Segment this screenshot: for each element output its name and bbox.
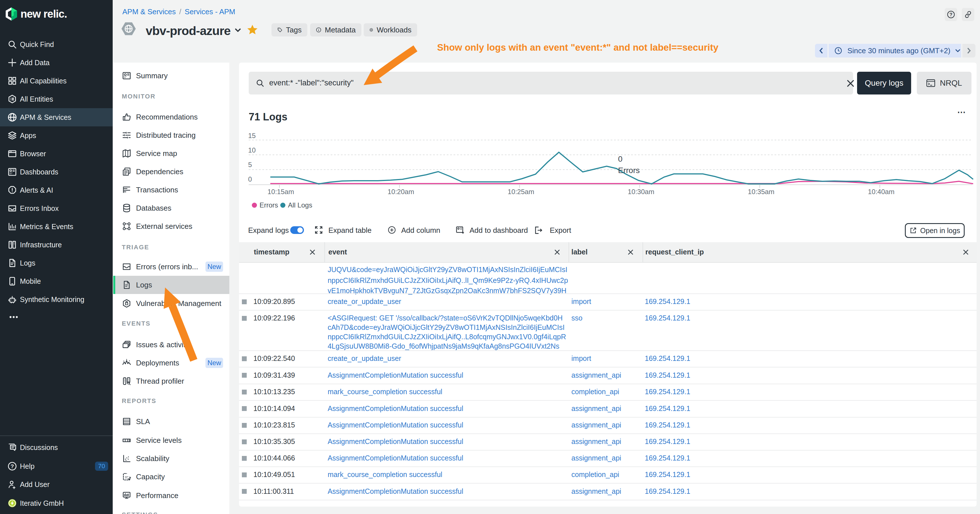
- svg-text:10:25am: 10:25am: [508, 188, 534, 196]
- svg-text:Errors: Errors: [618, 166, 640, 175]
- svg-text:Errors: Errors: [259, 201, 278, 209]
- svg-text:10:40am: 10:40am: [868, 188, 894, 196]
- svg-text:10:30am: 10:30am: [628, 188, 654, 196]
- svg-text:15: 15: [248, 132, 256, 140]
- svg-text:5: 5: [248, 161, 252, 169]
- svg-text:10:35am: 10:35am: [748, 188, 774, 196]
- svg-text:0: 0: [248, 175, 252, 183]
- svg-text:10: 10: [248, 146, 256, 154]
- svg-text:10:20am: 10:20am: [388, 188, 414, 196]
- svg-text:10:15am: 10:15am: [267, 188, 294, 196]
- svg-text:new relic.: new relic.: [21, 8, 67, 20]
- svg-text:All Logs: All Logs: [288, 201, 312, 209]
- svg-text:?: ?: [950, 12, 952, 18]
- svg-text:?: ?: [11, 463, 14, 469]
- svg-text:0: 0: [618, 154, 623, 163]
